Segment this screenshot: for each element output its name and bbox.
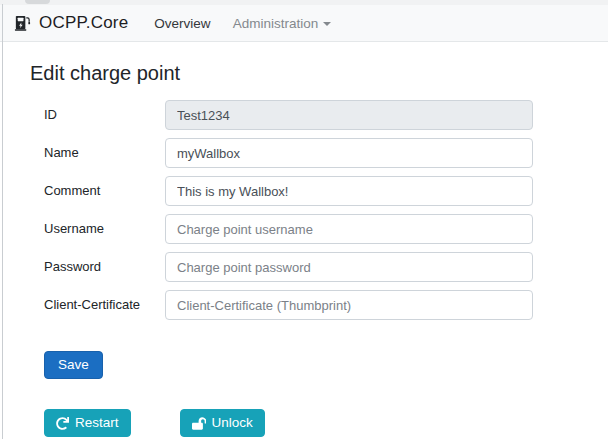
main-content: Edit charge point ID Name Comment Userna… [0, 42, 608, 437]
nav-item-administration[interactable]: Administration [225, 12, 340, 35]
brand-label: OCPP.Core [39, 13, 128, 33]
edit-charge-point-form: ID Name Comment Username Password Client… [44, 100, 608, 379]
chevron-down-icon [323, 22, 331, 26]
navbar: OCPP.Core Overview Administration [0, 5, 608, 42]
app-window: OCPP.Core Overview Administration Edit c… [0, 0, 608, 439]
charging-station-logo-icon [13, 14, 32, 33]
username-input[interactable] [165, 214, 533, 244]
form-row-name: Name [44, 138, 608, 168]
browser-chrome-strip [0, 0, 608, 5]
form-row-client-certificate: Client-Certificate [44, 290, 608, 320]
form-row-comment: Comment [44, 176, 608, 206]
navbar-brand[interactable]: OCPP.Core [13, 13, 128, 33]
nav-item-overview[interactable]: Overview [146, 12, 218, 35]
restart-icon [56, 417, 69, 430]
name-label: Name [44, 138, 165, 168]
restart-button[interactable]: Restart [44, 409, 131, 437]
form-row-id: ID [44, 100, 608, 130]
unlock-icon [192, 417, 206, 430]
name-input[interactable] [165, 138, 533, 168]
save-button[interactable]: Save [44, 351, 103, 379]
id-input [165, 100, 533, 130]
username-label: Username [44, 214, 165, 244]
action-buttons-row: Restart Unlock [44, 409, 608, 437]
unlock-button-label: Unlock [212, 415, 253, 431]
form-row-password: Password [44, 252, 608, 282]
unlock-button[interactable]: Unlock [180, 409, 265, 437]
password-label: Password [44, 252, 165, 282]
browser-chrome-fragment [25, 0, 50, 4]
comment-input[interactable] [165, 176, 533, 206]
client-certificate-input[interactable] [165, 290, 533, 320]
password-input[interactable] [165, 252, 533, 282]
page-title: Edit charge point [30, 62, 608, 85]
comment-label: Comment [44, 176, 165, 206]
client-certificate-label: Client-Certificate [44, 290, 165, 320]
id-label: ID [44, 100, 165, 130]
window-left-border [2, 4, 3, 439]
nav-administration-label: Administration [233, 16, 319, 31]
form-row-username: Username [44, 214, 608, 244]
restart-button-label: Restart [75, 415, 119, 431]
